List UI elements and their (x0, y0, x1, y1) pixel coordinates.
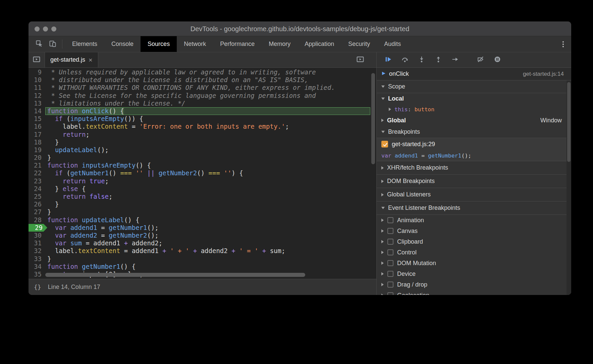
code-line-36[interactable]: } (45, 278, 370, 279)
more-options-button[interactable] (555, 36, 571, 52)
breakpoint-code-preview[interactable]: var addend1 = getNumber1(); (377, 150, 571, 161)
code-line-18[interactable]: } (45, 138, 370, 146)
checkbox-canvas[interactable] (387, 228, 393, 234)
line-number-12[interactable]: 12 (29, 92, 45, 100)
editor-vertical-scrollbar[interactable] (371, 73, 375, 164)
code-line-20[interactable]: } (45, 154, 370, 162)
line-number-16[interactable]: 16 (29, 123, 45, 130)
code-line-32[interactable]: label.textContent = addend1 + ' + ' + ad… (45, 247, 370, 255)
tab-performance[interactable]: Performance (213, 36, 262, 52)
code-line-9[interactable]: * Unless required by applicable law or a… (45, 68, 370, 76)
event-category-drag-drop[interactable]: Drag / drop (377, 279, 571, 290)
checkbox-device[interactable] (387, 271, 393, 277)
code-line-21[interactable]: function inputsAreEmpty() { (45, 162, 370, 169)
line-number-24[interactable]: 24 (29, 185, 45, 193)
resume-script-button[interactable] (382, 55, 394, 65)
line-number-26[interactable]: 26 (29, 200, 45, 208)
code-line-27[interactable]: } (45, 208, 370, 216)
step-into-button[interactable] (416, 55, 428, 65)
device-toolbar-button[interactable] (46, 36, 59, 52)
frame-location-link[interactable]: get-started.js:14 (523, 71, 564, 77)
code-line-26[interactable]: } (45, 200, 370, 208)
code-line-25[interactable]: return false; (45, 193, 370, 200)
line-number-20[interactable]: 20 (29, 154, 45, 162)
checkbox-animation[interactable] (387, 217, 393, 223)
close-tab-button[interactable]: × (89, 57, 93, 63)
code-line-34[interactable]: function getNumber1() { (45, 263, 370, 270)
tab-application[interactable]: Application (298, 36, 341, 52)
code-line-29[interactable]: var addend1 = getNumber1(); (45, 224, 370, 232)
scope-global-group[interactable]: Global Window (377, 115, 571, 126)
code-line-19[interactable]: updateLabel(); (45, 146, 370, 154)
line-number-19[interactable]: 19 (29, 146, 45, 154)
code-line-11[interactable]: * WITHOUT WARRANTIES OR CONDITIONS OF AN… (45, 84, 370, 92)
line-number-11[interactable]: 11 (29, 84, 45, 92)
tab-network[interactable]: Network (177, 36, 213, 52)
tab-memory[interactable]: Memory (262, 36, 298, 52)
line-number-27[interactable]: 27 (29, 208, 45, 216)
code-line-15[interactable]: if (inputsAreEmpty()) { (45, 115, 370, 123)
zoom-window-button[interactable] (51, 26, 56, 32)
checkbox-control[interactable] (387, 249, 393, 255)
section-global-listeners[interactable]: Global Listeners (377, 188, 571, 201)
tab-console[interactable]: Console (104, 36, 141, 52)
sidebar-scrollbar[interactable] (567, 80, 571, 295)
line-number-14[interactable]: 14 (29, 107, 45, 115)
tab-elements[interactable]: Elements (65, 36, 104, 52)
line-number-15[interactable]: 15 (29, 115, 45, 123)
event-category-dom-mutation[interactable]: DOM Mutation (377, 258, 571, 268)
line-number-36[interactable]: 36 (29, 278, 45, 279)
checkbox-geolocation[interactable] (387, 292, 393, 295)
code-line-16[interactable]: label.textContent = 'Error: one or both … (45, 123, 370, 130)
event-category-control[interactable]: Control (377, 247, 571, 258)
line-number-21[interactable]: 21 (29, 162, 45, 169)
line-number-31[interactable]: 31 (29, 239, 45, 247)
call-stack-frame[interactable]: onClick get-started.js:14 (377, 68, 571, 80)
scope-local-group[interactable]: Local (377, 93, 571, 104)
breakpoint-checkbox[interactable] (381, 141, 388, 147)
tab-audits[interactable]: Audits (377, 36, 408, 52)
section-dom-breakpoints[interactable]: DOM Breakpoints (377, 175, 571, 188)
breakpoint-marker-line-29[interactable]: 29 (29, 224, 47, 232)
tab-security[interactable]: Security (341, 36, 377, 52)
code-editor[interactable]: 9101112131415161718192021222324252627282… (29, 68, 376, 279)
line-number-33[interactable]: 33 (29, 255, 45, 263)
line-number-32[interactable]: 32 (29, 247, 45, 255)
line-number-35[interactable]: 35 (29, 270, 45, 278)
code-line-30[interactable]: var addend2 = getNumber2(); (45, 232, 370, 239)
code-line-24[interactable]: } else { (45, 185, 370, 193)
checkbox-drag-drop[interactable] (387, 282, 393, 288)
line-number-17[interactable]: 17 (29, 131, 45, 138)
section-xhr-fetch-breakpoints[interactable]: XHR/fetch Breakpoints (377, 161, 571, 175)
breakpoint-location[interactable]: get-started.js:29 (392, 141, 435, 148)
code-line-10[interactable]: * distributed under the License is distr… (45, 76, 370, 84)
section-scope[interactable]: Scope (377, 80, 571, 93)
minimize-window-button[interactable] (43, 26, 48, 32)
code-line-28[interactable]: function updateLabel() { (45, 216, 370, 224)
show-navigator-button[interactable] (29, 52, 45, 67)
line-number-10[interactable]: 10 (29, 76, 45, 84)
line-number-23[interactable]: 23 (29, 177, 45, 185)
line-number-28[interactable]: 28 (29, 216, 45, 224)
deactivate-breakpoints-button[interactable] (475, 55, 487, 65)
line-number-13[interactable]: 13 (29, 100, 45, 107)
horizontal-scrollbar-thumb[interactable] (45, 273, 305, 277)
sidebar-scrollbar-thumb[interactable] (567, 82, 571, 162)
event-category-clipboard[interactable]: Clipboard (377, 236, 571, 247)
code-line-31[interactable]: var sum = addend1 + addend2; (45, 239, 370, 247)
breakpoint-entry[interactable]: get-started.js:29 (377, 138, 571, 150)
line-number-22[interactable]: 22 (29, 169, 45, 177)
checkbox-dom-mutation[interactable] (387, 260, 393, 266)
code-line-13[interactable]: * limitations under the License. */ (45, 100, 370, 107)
section-event-listener-breakpoints[interactable]: Event Listener Breakpoints (377, 201, 571, 215)
event-category-canvas[interactable]: Canvas (377, 226, 571, 236)
pause-on-exceptions-button[interactable] (491, 55, 503, 65)
section-breakpoints[interactable]: Breakpoints (377, 126, 571, 138)
step-over-button[interactable] (399, 55, 411, 65)
code-line-33[interactable]: } (45, 255, 370, 263)
code-line-23[interactable]: return true; (45, 177, 370, 185)
tab-sources[interactable]: Sources (141, 36, 177, 52)
show-sidebar-button[interactable] (352, 52, 368, 67)
event-category-animation[interactable]: Animation (377, 215, 571, 226)
code-line-17[interactable]: return; (45, 131, 370, 138)
